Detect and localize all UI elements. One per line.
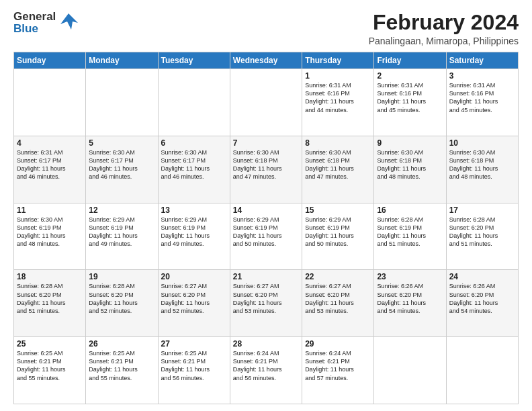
main-title: February 2024 [369, 11, 519, 34]
svg-marker-0 [60, 13, 78, 30]
calendar-day-header: Friday [374, 52, 446, 69]
day-info: Sunrise: 6:25 AM Sunset: 6:21 PM Dayligh… [161, 349, 227, 382]
calendar-cell: 23Sunrise: 6:26 AM Sunset: 6:20 PM Dayli… [374, 270, 446, 337]
day-info: Sunrise: 6:29 AM Sunset: 6:19 PM Dayligh… [305, 216, 371, 248]
day-info: Sunrise: 6:31 AM Sunset: 6:16 PM Dayligh… [377, 81, 443, 114]
calendar-cell: 5Sunrise: 6:30 AM Sunset: 6:17 PM Daylig… [86, 136, 158, 203]
day-info: Sunrise: 6:30 AM Sunset: 6:18 PM Dayligh… [377, 148, 443, 181]
calendar-cell [446, 337, 518, 404]
day-number: 10 [449, 138, 515, 148]
logo-blue: Blue [13, 23, 56, 35]
calendar-cell: 6Sunrise: 6:30 AM Sunset: 6:17 PM Daylig… [158, 136, 230, 203]
day-info: Sunrise: 6:29 AM Sunset: 6:19 PM Dayligh… [161, 216, 227, 248]
day-number: 22 [305, 272, 371, 281]
day-info: Sunrise: 6:30 AM Sunset: 6:17 PM Dayligh… [89, 148, 154, 181]
day-number: 11 [17, 205, 83, 215]
day-info: Sunrise: 6:31 AM Sunset: 6:16 PM Dayligh… [305, 81, 371, 114]
page: General Blue February 2024 Panalingaan, … [0, 0, 532, 411]
calendar-day-header: Monday [86, 52, 158, 69]
day-info: Sunrise: 6:29 AM Sunset: 6:19 PM Dayligh… [89, 216, 154, 248]
day-number: 3 [449, 71, 515, 81]
day-info: Sunrise: 6:30 AM Sunset: 6:18 PM Dayligh… [233, 148, 299, 181]
calendar-cell: 21Sunrise: 6:27 AM Sunset: 6:20 PM Dayli… [230, 270, 302, 337]
day-number: 15 [305, 205, 371, 215]
day-info: Sunrise: 6:31 AM Sunset: 6:16 PM Dayligh… [449, 81, 515, 114]
calendar-cell: 12Sunrise: 6:29 AM Sunset: 6:19 PM Dayli… [86, 203, 158, 270]
day-number: 12 [89, 205, 154, 215]
calendar-table: SundayMondayTuesdayWednesdayThursdayFrid… [13, 52, 519, 404]
calendar-week-row: 11Sunrise: 6:30 AM Sunset: 6:19 PM Dayli… [14, 203, 519, 270]
day-number: 23 [377, 272, 443, 281]
title-block: February 2024 Panalingaan, Mimaropa, Phi… [369, 11, 519, 46]
calendar-week-row: 4Sunrise: 6:31 AM Sunset: 6:17 PM Daylig… [14, 136, 519, 203]
calendar-cell: 8Sunrise: 6:30 AM Sunset: 6:18 PM Daylig… [302, 136, 374, 203]
day-number: 24 [449, 272, 515, 281]
day-info: Sunrise: 6:29 AM Sunset: 6:19 PM Dayligh… [233, 216, 299, 248]
calendar-cell: 9Sunrise: 6:30 AM Sunset: 6:18 PM Daylig… [374, 136, 446, 203]
day-number: 9 [377, 138, 443, 148]
calendar-cell: 28Sunrise: 6:24 AM Sunset: 6:21 PM Dayli… [230, 337, 302, 404]
calendar-day-header: Thursday [302, 52, 374, 69]
calendar-cell: 15Sunrise: 6:29 AM Sunset: 6:19 PM Dayli… [302, 203, 374, 270]
header: General Blue February 2024 Panalingaan, … [13, 11, 519, 46]
day-number: 29 [305, 339, 371, 349]
calendar-cell [230, 69, 302, 136]
day-number: 27 [161, 339, 227, 349]
calendar-day-header: Tuesday [158, 52, 230, 69]
day-info: Sunrise: 6:27 AM Sunset: 6:20 PM Dayligh… [233, 282, 299, 315]
day-number: 17 [449, 205, 515, 215]
calendar-cell: 11Sunrise: 6:30 AM Sunset: 6:19 PM Dayli… [14, 203, 86, 270]
day-number: 26 [89, 339, 154, 349]
calendar-cell: 20Sunrise: 6:27 AM Sunset: 6:20 PM Dayli… [158, 270, 230, 337]
calendar-cell: 10Sunrise: 6:30 AM Sunset: 6:18 PM Dayli… [446, 136, 518, 203]
day-info: Sunrise: 6:30 AM Sunset: 6:17 PM Dayligh… [161, 148, 227, 181]
day-number: 21 [233, 272, 299, 281]
day-info: Sunrise: 6:28 AM Sunset: 6:20 PM Dayligh… [17, 282, 83, 315]
day-number: 28 [233, 339, 299, 349]
day-number: 16 [377, 205, 443, 215]
calendar-header-row: SundayMondayTuesdayWednesdayThursdayFrid… [14, 52, 519, 69]
calendar-cell: 22Sunrise: 6:27 AM Sunset: 6:20 PM Dayli… [302, 270, 374, 337]
calendar-day-header: Wednesday [230, 52, 302, 69]
calendar-cell: 3Sunrise: 6:31 AM Sunset: 6:16 PM Daylig… [446, 69, 518, 136]
day-number: 4 [17, 138, 83, 148]
calendar-cell [86, 69, 158, 136]
day-info: Sunrise: 6:31 AM Sunset: 6:17 PM Dayligh… [17, 148, 83, 181]
subtitle: Panalingaan, Mimaropa, Philippines [369, 36, 519, 46]
calendar-cell: 26Sunrise: 6:25 AM Sunset: 6:21 PM Dayli… [86, 337, 158, 404]
day-info: Sunrise: 6:25 AM Sunset: 6:21 PM Dayligh… [89, 349, 154, 382]
day-number: 25 [17, 339, 83, 349]
logo: General Blue [13, 11, 79, 35]
day-number: 1 [305, 71, 371, 81]
calendar-cell [158, 69, 230, 136]
day-info: Sunrise: 6:28 AM Sunset: 6:19 PM Dayligh… [377, 216, 443, 248]
day-number: 18 [17, 272, 83, 281]
day-info: Sunrise: 6:25 AM Sunset: 6:21 PM Dayligh… [17, 349, 83, 382]
calendar-week-row: 18Sunrise: 6:28 AM Sunset: 6:20 PM Dayli… [14, 270, 519, 337]
calendar-cell: 2Sunrise: 6:31 AM Sunset: 6:16 PM Daylig… [374, 69, 446, 136]
day-info: Sunrise: 6:26 AM Sunset: 6:20 PM Dayligh… [449, 282, 515, 315]
day-info: Sunrise: 6:28 AM Sunset: 6:20 PM Dayligh… [449, 216, 515, 248]
day-info: Sunrise: 6:30 AM Sunset: 6:18 PM Dayligh… [449, 148, 515, 181]
calendar-cell: 19Sunrise: 6:28 AM Sunset: 6:20 PM Dayli… [86, 270, 158, 337]
calendar-day-header: Sunday [14, 52, 86, 69]
logo-bird-icon [58, 11, 79, 32]
day-info: Sunrise: 6:30 AM Sunset: 6:18 PM Dayligh… [305, 148, 371, 181]
day-info: Sunrise: 6:26 AM Sunset: 6:20 PM Dayligh… [377, 282, 443, 315]
day-number: 7 [233, 138, 299, 148]
calendar-week-row: 1Sunrise: 6:31 AM Sunset: 6:16 PM Daylig… [14, 69, 519, 136]
day-info: Sunrise: 6:27 AM Sunset: 6:20 PM Dayligh… [305, 282, 371, 315]
day-number: 14 [233, 205, 299, 215]
calendar-cell: 16Sunrise: 6:28 AM Sunset: 6:19 PM Dayli… [374, 203, 446, 270]
calendar-cell: 1Sunrise: 6:31 AM Sunset: 6:16 PM Daylig… [302, 69, 374, 136]
calendar-cell: 25Sunrise: 6:25 AM Sunset: 6:21 PM Dayli… [14, 337, 86, 404]
logo-general: General [13, 11, 56, 23]
calendar-cell: 7Sunrise: 6:30 AM Sunset: 6:18 PM Daylig… [230, 136, 302, 203]
day-info: Sunrise: 6:24 AM Sunset: 6:21 PM Dayligh… [233, 349, 299, 382]
day-number: 13 [161, 205, 227, 215]
calendar-cell: 17Sunrise: 6:28 AM Sunset: 6:20 PM Dayli… [446, 203, 518, 270]
day-number: 6 [161, 138, 227, 148]
calendar-cell [14, 69, 86, 136]
day-info: Sunrise: 6:27 AM Sunset: 6:20 PM Dayligh… [161, 282, 227, 315]
day-info: Sunrise: 6:24 AM Sunset: 6:21 PM Dayligh… [305, 349, 371, 382]
